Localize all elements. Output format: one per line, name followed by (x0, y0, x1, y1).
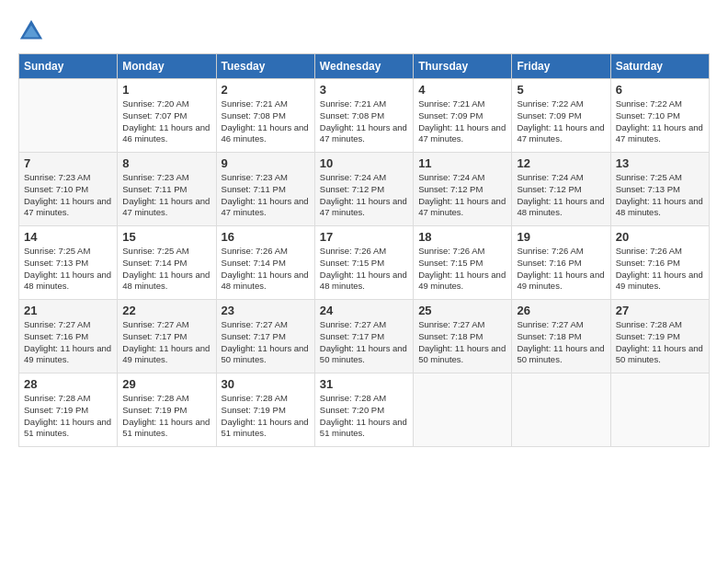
calendar-cell: 22Sunrise: 7:27 AMSunset: 7:17 PMDayligh… (118, 300, 216, 373)
page-header (18, 18, 710, 44)
calendar-header: SundayMondayTuesdayWednesdayThursdayFrid… (19, 54, 710, 79)
cell-info: Sunrise: 7:27 AMSunset: 7:18 PMDaylight:… (517, 319, 605, 366)
calendar-cell: 27Sunrise: 7:28 AMSunset: 7:19 PMDayligh… (610, 300, 709, 373)
calendar-cell: 24Sunrise: 7:27 AMSunset: 7:17 PMDayligh… (314, 300, 413, 373)
day-number: 14 (24, 230, 112, 244)
day-number: 4 (418, 83, 506, 97)
calendar-cell: 20Sunrise: 7:26 AMSunset: 7:16 PMDayligh… (610, 226, 709, 300)
calendar-cell: 11Sunrise: 7:24 AMSunset: 7:12 PMDayligh… (414, 153, 512, 226)
cell-info: Sunrise: 7:21 AMSunset: 7:09 PMDaylight:… (418, 98, 506, 145)
day-number: 10 (320, 156, 408, 170)
day-number: 6 (616, 83, 704, 97)
day-number: 1 (122, 83, 210, 97)
day-number: 23 (222, 304, 310, 317)
day-number: 9 (222, 156, 310, 170)
cell-info: Sunrise: 7:23 AMSunset: 7:10 PMDaylight:… (24, 172, 112, 219)
calendar-cell: 26Sunrise: 7:27 AMSunset: 7:18 PMDayligh… (512, 300, 610, 373)
header-tuesday: Tuesday (216, 54, 314, 79)
calendar-cell (19, 79, 118, 153)
cell-info: Sunrise: 7:26 AMSunset: 7:14 PMDaylight:… (222, 246, 310, 293)
calendar-cell: 21Sunrise: 7:27 AMSunset: 7:16 PMDayligh… (19, 300, 118, 373)
cell-info: Sunrise: 7:26 AMSunset: 7:15 PMDaylight:… (418, 246, 506, 293)
cell-info: Sunrise: 7:28 AMSunset: 7:20 PMDaylight:… (320, 393, 408, 440)
calendar-cell: 23Sunrise: 7:27 AMSunset: 7:17 PMDayligh… (216, 300, 314, 373)
cell-info: Sunrise: 7:23 AMSunset: 7:11 PMDaylight:… (222, 172, 310, 219)
day-number: 25 (418, 304, 506, 317)
day-number: 30 (222, 377, 310, 391)
cell-info: Sunrise: 7:20 AMSunset: 7:07 PMDaylight:… (122, 98, 210, 145)
logo-icon (18, 18, 44, 44)
cell-info: Sunrise: 7:22 AMSunset: 7:10 PMDaylight:… (616, 98, 704, 145)
day-number: 19 (517, 230, 605, 244)
cell-info: Sunrise: 7:26 AMSunset: 7:15 PMDaylight:… (320, 246, 408, 293)
cell-info: Sunrise: 7:24 AMSunset: 7:12 PMDaylight:… (517, 172, 605, 219)
day-number: 21 (24, 304, 112, 317)
calendar-cell: 28Sunrise: 7:28 AMSunset: 7:19 PMDayligh… (19, 373, 118, 447)
calendar-cell: 14Sunrise: 7:25 AMSunset: 7:13 PMDayligh… (19, 226, 118, 300)
calendar-cell: 15Sunrise: 7:25 AMSunset: 7:14 PMDayligh… (118, 226, 216, 300)
day-number: 24 (320, 304, 408, 317)
cell-info: Sunrise: 7:22 AMSunset: 7:09 PMDaylight:… (517, 98, 605, 145)
day-number: 27 (616, 304, 704, 317)
cell-info: Sunrise: 7:25 AMSunset: 7:13 PMDaylight:… (24, 246, 112, 293)
calendar-cell: 30Sunrise: 7:28 AMSunset: 7:19 PMDayligh… (216, 373, 314, 447)
calendar-cell: 16Sunrise: 7:26 AMSunset: 7:14 PMDayligh… (216, 226, 314, 300)
day-number: 5 (517, 83, 605, 97)
cell-info: Sunrise: 7:28 AMSunset: 7:19 PMDaylight:… (616, 319, 704, 366)
calendar-cell: 2Sunrise: 7:21 AMSunset: 7:08 PMDaylight… (216, 79, 314, 153)
day-number: 12 (517, 156, 605, 170)
day-number: 8 (122, 156, 210, 170)
calendar-cell: 9Sunrise: 7:23 AMSunset: 7:11 PMDaylight… (216, 153, 314, 226)
calendar-cell: 5Sunrise: 7:22 AMSunset: 7:09 PMDaylight… (512, 79, 610, 153)
cell-info: Sunrise: 7:26 AMSunset: 7:16 PMDaylight:… (616, 246, 704, 293)
calendar-cell: 25Sunrise: 7:27 AMSunset: 7:18 PMDayligh… (414, 300, 512, 373)
day-number: 29 (122, 377, 210, 391)
day-number: 3 (320, 83, 408, 97)
header-wednesday: Wednesday (314, 54, 413, 79)
cell-info: Sunrise: 7:25 AMSunset: 7:13 PMDaylight:… (616, 172, 704, 219)
day-number: 13 (616, 156, 704, 170)
day-number: 2 (222, 83, 310, 97)
cell-info: Sunrise: 7:27 AMSunset: 7:17 PMDaylight:… (320, 319, 408, 366)
cell-info: Sunrise: 7:24 AMSunset: 7:12 PMDaylight:… (320, 172, 408, 219)
calendar-body: 1Sunrise: 7:20 AMSunset: 7:07 PMDaylight… (19, 79, 710, 447)
cell-info: Sunrise: 7:25 AMSunset: 7:14 PMDaylight:… (122, 246, 210, 293)
calendar-cell: 18Sunrise: 7:26 AMSunset: 7:15 PMDayligh… (414, 226, 512, 300)
calendar-cell: 4Sunrise: 7:21 AMSunset: 7:09 PMDaylight… (414, 79, 512, 153)
day-number: 17 (320, 230, 408, 244)
cell-info: Sunrise: 7:27 AMSunset: 7:17 PMDaylight:… (222, 319, 310, 366)
calendar-cell: 19Sunrise: 7:26 AMSunset: 7:16 PMDayligh… (512, 226, 610, 300)
day-number: 11 (418, 156, 506, 170)
calendar-cell: 8Sunrise: 7:23 AMSunset: 7:11 PMDaylight… (118, 153, 216, 226)
calendar-cell (512, 373, 610, 447)
calendar-cell: 31Sunrise: 7:28 AMSunset: 7:20 PMDayligh… (314, 373, 413, 447)
day-number: 22 (122, 304, 210, 317)
calendar-cell: 12Sunrise: 7:24 AMSunset: 7:12 PMDayligh… (512, 153, 610, 226)
cell-info: Sunrise: 7:23 AMSunset: 7:11 PMDaylight:… (122, 172, 210, 219)
cell-info: Sunrise: 7:24 AMSunset: 7:12 PMDaylight:… (418, 172, 506, 219)
day-number: 15 (122, 230, 210, 244)
header-sunday: Sunday (19, 54, 118, 79)
calendar-cell (610, 373, 709, 447)
day-number: 18 (418, 230, 506, 244)
calendar-cell: 29Sunrise: 7:28 AMSunset: 7:19 PMDayligh… (118, 373, 216, 447)
day-number: 7 (24, 156, 112, 170)
cell-info: Sunrise: 7:21 AMSunset: 7:08 PMDaylight:… (222, 98, 310, 145)
calendar-cell: 6Sunrise: 7:22 AMSunset: 7:10 PMDaylight… (610, 79, 709, 153)
cell-info: Sunrise: 7:21 AMSunset: 7:08 PMDaylight:… (320, 98, 408, 145)
week-row-5: 28Sunrise: 7:28 AMSunset: 7:19 PMDayligh… (19, 373, 710, 447)
cell-info: Sunrise: 7:27 AMSunset: 7:16 PMDaylight:… (24, 319, 112, 366)
calendar-cell: 3Sunrise: 7:21 AMSunset: 7:08 PMDaylight… (314, 79, 413, 153)
cell-info: Sunrise: 7:28 AMSunset: 7:19 PMDaylight:… (122, 393, 210, 440)
logo (18, 18, 48, 44)
cell-info: Sunrise: 7:27 AMSunset: 7:17 PMDaylight:… (122, 319, 210, 366)
day-number: 20 (616, 230, 704, 244)
calendar-cell: 1Sunrise: 7:20 AMSunset: 7:07 PMDaylight… (118, 79, 216, 153)
cell-info: Sunrise: 7:27 AMSunset: 7:18 PMDaylight:… (418, 319, 506, 366)
week-row-1: 1Sunrise: 7:20 AMSunset: 7:07 PMDaylight… (19, 79, 710, 153)
day-number: 26 (517, 304, 605, 317)
day-number: 31 (320, 377, 408, 391)
week-row-4: 21Sunrise: 7:27 AMSunset: 7:16 PMDayligh… (19, 300, 710, 373)
header-row: SundayMondayTuesdayWednesdayThursdayFrid… (19, 54, 710, 79)
header-saturday: Saturday (610, 54, 709, 79)
